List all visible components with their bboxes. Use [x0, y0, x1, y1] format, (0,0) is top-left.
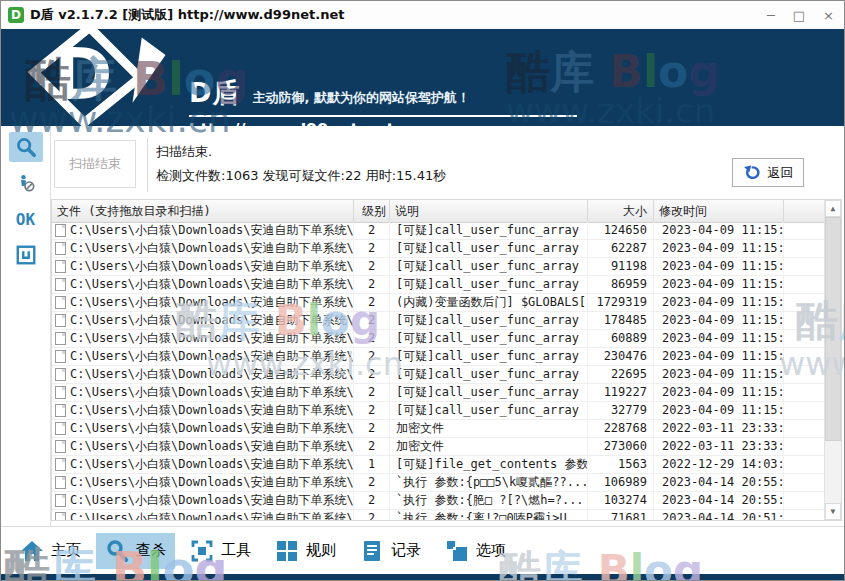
- vertical-scrollbar[interactable]: ▲ ▼: [824, 200, 841, 520]
- divider: [147, 138, 148, 192]
- threat-level: 2: [354, 474, 390, 491]
- threat-level: 2: [354, 312, 390, 329]
- toolbar-label: 记录: [391, 541, 421, 560]
- table-row[interactable]: C:\Users\小白猿\Downloads\安迪自助下单系统\... 2 `执…: [52, 510, 824, 520]
- scan-finished-button[interactable]: 扫描结束: [54, 140, 136, 188]
- file-icon: [55, 494, 66, 507]
- toolbar-label: 工具: [221, 541, 251, 560]
- table-row[interactable]: C:\Users\小白猿\Downloads\安迪自助下单系统\... 1 [可…: [52, 456, 824, 474]
- blank-cell: [784, 474, 824, 491]
- back-button[interactable]: 返回: [732, 158, 804, 187]
- threat-description: 加密文件: [390, 438, 588, 455]
- blank-cell: [784, 276, 824, 293]
- file-size: 119227: [588, 384, 654, 401]
- toolbar-item-scan[interactable]: 查杀: [96, 533, 175, 569]
- toolbar-item-records[interactable]: 记录: [351, 533, 430, 569]
- file-icon: [55, 404, 66, 417]
- table-row[interactable]: C:\Users\小白猿\Downloads\安迪自助下单系统\... 2 [可…: [52, 348, 824, 366]
- modified-time: 2022-12-29 14:03:44: [654, 456, 784, 473]
- close-icon[interactable]: ×: [823, 8, 834, 23]
- threat-level: 2: [354, 384, 390, 401]
- modified-time: 2023-04-14 20:55:22: [654, 474, 784, 491]
- window-title: D盾 v2.1.7.2 [测试版] http://www.d99net.net: [30, 6, 344, 24]
- file-size: 60889: [588, 330, 654, 347]
- modified-time: 2023-04-09 11:15:03: [654, 330, 784, 347]
- modified-time: 2023-04-09 11:15:02: [654, 294, 784, 311]
- maximize-icon[interactable]: □: [793, 8, 805, 23]
- table-row[interactable]: C:\Users\小白猿\Downloads\安迪自助下单系统\... 2 `执…: [52, 474, 824, 492]
- file-path: C:\Users\小白猿\Downloads\安迪自助下单系统\...: [70, 510, 354, 520]
- sidebar-item-scan[interactable]: [9, 132, 43, 162]
- file-icon: [55, 260, 66, 273]
- column-header-desc[interactable]: 说明: [390, 200, 588, 222]
- table-row[interactable]: C:\Users\小白猿\Downloads\安迪自助下单系统\... 2 [可…: [52, 366, 824, 384]
- table-row[interactable]: C:\Users\小白猿\Downloads\安迪自助下单系统\... 2 (内…: [52, 294, 824, 312]
- file-path: C:\Users\小白猿\Downloads\安迪自助下单系统\...: [70, 258, 354, 275]
- modified-time: 2023-04-14 20:51:50: [654, 510, 784, 520]
- table-row[interactable]: C:\Users\小白猿\Downloads\安迪自助下单系统\... 2 [可…: [52, 312, 824, 330]
- squares-icon: [445, 539, 469, 563]
- file-icon: [55, 512, 66, 520]
- toolbar-item-home[interactable]: 主页: [11, 533, 90, 569]
- column-header-file[interactable]: 文件 (支持拖放目录和扫描): [52, 200, 354, 222]
- modified-time: 2023-04-09 11:15:04: [654, 402, 784, 419]
- column-header-size[interactable]: 大小: [588, 200, 654, 222]
- table-row[interactable]: C:\Users\小白猿\Downloads\安迪自助下单系统\... 2 [可…: [52, 258, 824, 276]
- toolbar-item-rules[interactable]: 规则: [266, 533, 345, 569]
- toolbar-item-tools[interactable]: 工具: [181, 533, 260, 569]
- sidebar-item-ok[interactable]: OK: [9, 204, 43, 234]
- file-size: 86959: [588, 276, 654, 293]
- modified-time: 2023-04-09 11:15:02: [654, 312, 784, 329]
- table-row[interactable]: C:\Users\小白猿\Downloads\安迪自助下单系统\... 2 [可…: [52, 222, 824, 240]
- file-path: C:\Users\小白猿\Downloads\安迪自助下单系统\...: [70, 474, 354, 491]
- threat-level: 2: [354, 330, 390, 347]
- modified-time: 2022-03-11 23:33:20: [654, 420, 784, 437]
- sidebar-item-trojan-block[interactable]: [9, 168, 43, 198]
- file-path: C:\Users\小白猿\Downloads\安迪自助下单系统\...: [70, 366, 354, 383]
- file-size: 273060: [588, 438, 654, 455]
- file-path: C:\Users\小白猿\Downloads\安迪自助下单系统\...: [70, 240, 354, 257]
- blank-cell: [784, 294, 824, 311]
- home-icon: [20, 539, 44, 563]
- threat-description: `执行 参数:{离!?□0嗪P霾i>U...: [390, 510, 588, 520]
- file-path: C:\Users\小白猿\Downloads\安迪自助下单系统\...: [70, 222, 354, 239]
- file-icon: [55, 458, 66, 471]
- threat-level: 2: [354, 276, 390, 293]
- column-header-level[interactable]: 级别: [354, 200, 390, 222]
- column-header-mtime[interactable]: 修改时间: [654, 200, 784, 222]
- toolbar-item-options[interactable]: 选项: [436, 533, 515, 569]
- table-row[interactable]: C:\Users\小白猿\Downloads\安迪自助下单系统\... 2 [可…: [52, 240, 824, 258]
- threat-level: 2: [354, 492, 390, 509]
- file-size: 71681: [588, 510, 654, 520]
- toolbar-label: 选项: [476, 541, 506, 560]
- app-name: D盾: [189, 75, 240, 111]
- table-row[interactable]: C:\Users\小白猿\Downloads\安迪自助下单系统\... 2 `执…: [52, 492, 824, 510]
- table-row[interactable]: C:\Users\小白猿\Downloads\安迪自助下单系统\... 2 加密…: [52, 420, 824, 438]
- blank-cell: [784, 240, 824, 257]
- table-row[interactable]: C:\Users\小白猿\Downloads\安迪自助下单系统\... 2 加密…: [52, 438, 824, 456]
- scroll-up-icon[interactable]: ▲: [825, 200, 841, 217]
- scroll-down-icon[interactable]: ▼: [825, 503, 841, 520]
- minimize-icon[interactable]: ─: [767, 8, 775, 23]
- blank-cell: [784, 384, 824, 401]
- blank-cell: [784, 330, 824, 347]
- table-row[interactable]: C:\Users\小白猿\Downloads\安迪自助下单系统\... 2 [可…: [52, 276, 824, 294]
- threat-description: [可疑]call_user_func_array ...: [390, 258, 588, 275]
- window-bottom-border: [1, 574, 844, 580]
- table-row[interactable]: C:\Users\小白猿\Downloads\安迪自助下单系统\... 2 [可…: [52, 330, 824, 348]
- file-icon: [55, 332, 66, 345]
- threat-level: 2: [354, 420, 390, 437]
- file-path: C:\Users\小白猿\Downloads\安迪自助下单系统\...: [70, 456, 354, 473]
- sidebar-item-window-box[interactable]: [9, 240, 43, 270]
- table-row[interactable]: C:\Users\小白猿\Downloads\安迪自助下单系统\... 2 [可…: [52, 384, 824, 402]
- brand-block: D盾 主动防御, 默默为你的网站保驾护航！ http://www.d99net.…: [189, 75, 577, 126]
- scrollbar-thumb[interactable]: [825, 217, 841, 441]
- undo-arrow-icon: [743, 164, 761, 182]
- file-icon: [55, 224, 66, 237]
- blank-cell: [784, 348, 824, 365]
- file-size: 228768: [588, 420, 654, 437]
- blank-cell: [784, 366, 824, 383]
- file-icon: [55, 440, 66, 453]
- threat-level: 2: [354, 294, 390, 311]
- table-row[interactable]: C:\Users\小白猿\Downloads\安迪自助下单系统\... 2 [可…: [52, 402, 824, 420]
